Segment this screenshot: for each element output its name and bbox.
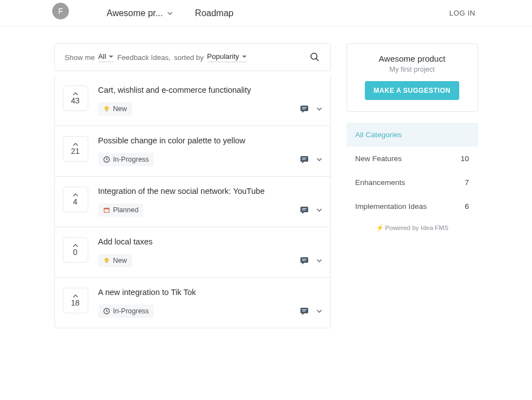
vote-button[interactable]: 0: [63, 237, 88, 263]
category-count: 6: [465, 202, 469, 211]
vote-button[interactable]: 43: [63, 86, 88, 111]
lightbulb-icon: [103, 257, 110, 264]
expand-toggle[interactable]: [316, 156, 323, 163]
status-label: New: [113, 257, 127, 264]
svg-rect-3: [300, 106, 308, 111]
svg-rect-12: [300, 207, 308, 212]
category-item[interactable]: Implementation Ideas6: [347, 194, 478, 218]
feedback-item: 43Cart, wishlist and e-commerce function…: [55, 76, 330, 126]
chevron-down-icon: [167, 11, 173, 16]
category-label: All Categories: [355, 131, 402, 139]
project-subtitle: My first project: [356, 66, 469, 73]
filter-all-dropdown[interactable]: All: [98, 52, 114, 62]
feedback-title[interactable]: A new integration to Tik Tok: [98, 288, 323, 297]
svg-rect-11: [104, 208, 109, 209]
status-badge: New: [98, 102, 132, 116]
project-label: Awesome pr...: [107, 8, 163, 18]
bolt-icon: ⚡: [376, 224, 384, 232]
project-card: Awesome product My first project MAKE A …: [347, 43, 478, 112]
category-item[interactable]: New Features10: [347, 147, 478, 171]
feedback-title[interactable]: Cart, wishlist and e-commerce functional…: [98, 86, 323, 94]
status-badge: In-Progress: [98, 153, 154, 166]
search-icon[interactable]: [309, 52, 320, 63]
feedback-item: 21Possible change in color palette to ye…: [55, 126, 330, 176]
svg-point-0: [310, 53, 317, 59]
feedback-item: 18A new integration to Tik TokIn-Progres…: [55, 277, 330, 328]
svg-rect-15: [106, 262, 108, 263]
powered-by-label: Powered by Idea FMS: [385, 224, 449, 231]
category-label: Implementation Ideas: [355, 202, 427, 211]
vote-button[interactable]: 4: [63, 187, 88, 212]
filter-bar: Show me All Feedback Ideas, sorted by Po…: [54, 43, 331, 71]
chevron-up-icon: [73, 193, 78, 197]
powered-by[interactable]: ⚡ Powered by Idea FMS: [347, 224, 478, 232]
filter-feedback-label: Feedback Ideas,: [117, 53, 170, 62]
svg-rect-16: [300, 257, 308, 263]
project-dropdown[interactable]: Awesome pr...: [107, 8, 173, 18]
make-suggestion-button[interactable]: MAKE A SUGGESTION: [365, 81, 459, 100]
vote-button[interactable]: 21: [63, 136, 88, 162]
category-label: Enhancements: [355, 178, 405, 187]
category-list: All Categories New Features10Enhancement…: [347, 123, 478, 218]
calendar-icon: [103, 207, 110, 213]
comment-icon[interactable]: [299, 104, 309, 114]
comment-icon[interactable]: [299, 205, 309, 215]
chevron-up-icon: [73, 92, 78, 96]
status-badge: Planned: [98, 203, 144, 217]
avatar[interactable]: F: [52, 3, 69, 19]
expand-toggle[interactable]: [316, 106, 323, 112]
chevron-up-icon: [73, 243, 78, 247]
lightbulb-icon: [103, 106, 110, 112]
svg-rect-20: [300, 308, 308, 313]
status-label: New: [113, 105, 127, 113]
feedback-list: 43Cart, wishlist and e-commerce function…: [54, 76, 331, 328]
status-label: In-Progress: [113, 307, 149, 315]
caret-down-icon: [242, 54, 247, 59]
vote-count: 21: [71, 147, 80, 156]
project-title: Awesome product: [356, 54, 469, 63]
feedback-title[interactable]: Possible change in color palette to yell…: [98, 136, 323, 145]
nav-roadmap[interactable]: Roadmap: [195, 8, 233, 18]
filter-sorted-by-label: sorted by: [174, 53, 203, 62]
status-badge: New: [98, 254, 132, 267]
vote-count: 18: [71, 298, 80, 307]
login-link[interactable]: LOG IN: [449, 9, 475, 17]
filter-sort-value: Popularity: [207, 52, 239, 61]
category-count: 7: [465, 178, 469, 187]
svg-rect-2: [106, 111, 108, 111]
vote-count: 43: [71, 96, 80, 105]
chevron-up-icon: [73, 294, 78, 298]
vote-count: 4: [73, 197, 78, 206]
expand-toggle[interactable]: [316, 207, 323, 213]
svg-line-1: [316, 59, 318, 61]
expand-toggle[interactable]: [316, 257, 323, 264]
chevron-up-icon: [73, 142, 78, 146]
filter-sort-dropdown[interactable]: Popularity: [207, 52, 247, 62]
feedback-item: 4Integration of the new social network: …: [55, 176, 330, 227]
category-all[interactable]: All Categories: [347, 123, 478, 147]
vote-button[interactable]: 18: [63, 288, 88, 313]
category-item[interactable]: Enhancements7: [347, 171, 478, 194]
filter-all-value: All: [98, 52, 106, 61]
filter-show-me-label: Show me: [65, 53, 95, 62]
status-label: In-Progress: [113, 156, 149, 163]
category-label: New Features: [355, 154, 402, 163]
comment-icon[interactable]: [299, 154, 309, 164]
status-badge: In-Progress: [98, 304, 154, 318]
vote-count: 0: [73, 248, 78, 257]
category-count: 10: [460, 154, 469, 163]
caret-down-icon: [108, 54, 114, 59]
feedback-title[interactable]: Integration of the new social network: Y…: [98, 187, 323, 196]
svg-rect-7: [300, 156, 308, 162]
expand-toggle[interactable]: [316, 308, 323, 314]
comment-icon[interactable]: [299, 306, 309, 316]
feedback-title[interactable]: Add local taxes: [98, 237, 323, 246]
feedback-item: 0Add local taxesNew: [55, 227, 330, 277]
comment-icon[interactable]: [299, 256, 309, 266]
clock-icon: [103, 156, 110, 163]
status-label: Planned: [113, 206, 139, 214]
clock-icon: [103, 308, 110, 314]
